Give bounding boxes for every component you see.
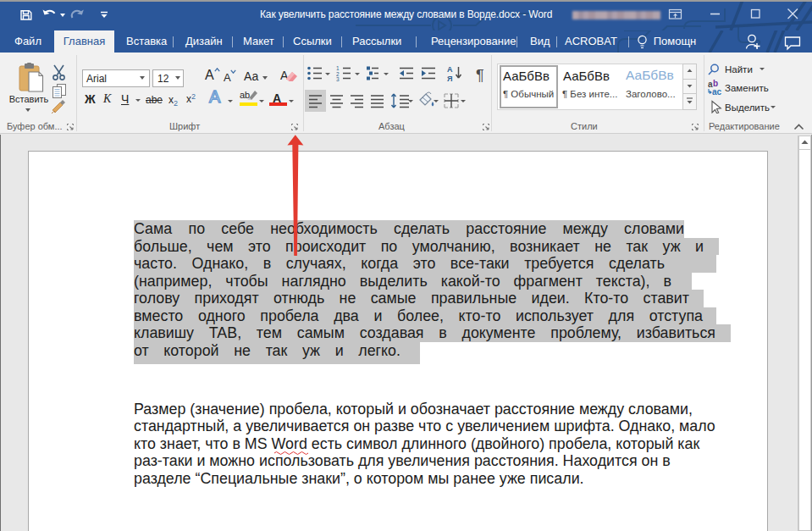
svg-text:3: 3 [336,76,340,82]
svg-text:ac: ac [712,87,722,97]
svg-text:¶: ¶ [476,67,484,84]
svg-text:Я: Я [447,75,452,83]
svg-text:А: А [447,65,453,74]
